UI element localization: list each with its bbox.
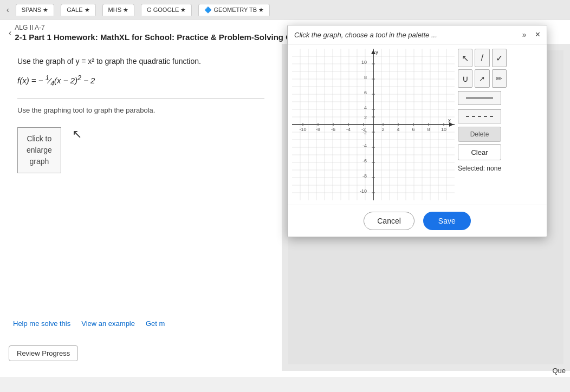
instruction-text: Use the graphing tool to graph the parab…	[17, 106, 264, 114]
cursor-pointer-icon: ↖	[72, 127, 82, 141]
svg-text:-2: -2	[361, 127, 366, 132]
cancel-button[interactable]: Cancel	[364, 212, 414, 230]
palette-u-btn[interactable]: ∪	[458, 69, 472, 88]
palette-slash-btn[interactable]: /	[475, 49, 489, 67]
svg-text:2: 2	[381, 127, 384, 132]
svg-text:-6: -6	[362, 158, 367, 164]
svg-text:10: 10	[441, 127, 446, 132]
svg-text:4: 4	[397, 127, 399, 132]
modal-footer: Cancel Save	[288, 205, 547, 237]
browser-tab-spans[interactable]: SPANS ★	[16, 4, 55, 16]
svg-text:-10: -10	[299, 127, 306, 132]
browser-tab-gale[interactable]: GALE ★	[61, 4, 95, 16]
problem-description: Use the graph of y = x² to graph the qua…	[17, 57, 264, 66]
get-more-link[interactable]: Get m	[146, 319, 165, 328]
que-text: Que	[552, 367, 566, 375]
formula: f(x) = − 1⁄4(x − 2)2 − 2	[17, 74, 264, 87]
palette-curve-btn[interactable]: ↗	[475, 69, 489, 88]
back-arrow-btn[interactable]: ‹	[9, 28, 11, 38]
browser-tab-google[interactable]: G GOOGLE ★	[141, 4, 192, 16]
svg-text:-8: -8	[362, 173, 367, 179]
left-panel: Use the graph of y = x² to graph the qua…	[0, 44, 282, 371]
palette-draw-btn[interactable]: ✏	[492, 69, 507, 88]
svg-text:-4: -4	[346, 127, 351, 132]
palette-row-1: ↖ / ✓	[458, 49, 507, 67]
graph-canvas[interactable]: y x 10 8 6 4 2 -2 -4 -6 -8 -10 -10 -8	[292, 49, 455, 200]
selected-label: Selected: none	[458, 165, 507, 172]
help-link[interactable]: Help me solve this	[13, 319, 70, 328]
dashed-line-btn[interactable]	[458, 109, 501, 123]
coordinate-graph[interactable]: y x 10 8 6 4 2 -2 -4 -6 -8 -10 -10 -8	[292, 49, 455, 200]
breadcrumb: ALG II A-7	[15, 24, 313, 31]
dashed-line-icon	[466, 116, 493, 117]
modal-collapse-icon[interactable]: »	[522, 30, 527, 39]
click-to-enlarge-btn[interactable]: Click toenlargegraph	[17, 127, 61, 173]
clear-button[interactable]: Clear	[458, 144, 501, 160]
svg-marker-40	[371, 50, 375, 54]
svg-text:8: 8	[427, 127, 430, 132]
page-title: 2-1 Part 1 Homework: MathXL for School: …	[15, 32, 313, 42]
svg-text:-10: -10	[360, 188, 367, 194]
save-button[interactable]: Save	[423, 212, 471, 230]
help-links: Help me solve this View an example Get m	[13, 319, 165, 328]
modal-instruction: Click the graph, choose a tool in the pa…	[294, 31, 518, 39]
modal-header: Click the graph, choose a tool in the pa…	[288, 25, 547, 44]
graph-palette-area: y x 10 8 6 4 2 -2 -4 -6 -8 -10 -10 -8	[288, 44, 547, 205]
solid-line-btn[interactable]	[458, 91, 501, 105]
svg-text:8: 8	[364, 75, 367, 80]
browser-tab-geometry[interactable]: 🔷 GEOMETRY TB ★	[198, 4, 270, 16]
back-nav-icon[interactable]: ‹	[7, 5, 9, 14]
browser-tab-mhs[interactable]: MHS ★	[102, 4, 135, 16]
palette: ↖ / ✓ ∪ ↗ ✏	[458, 49, 507, 200]
svg-text:2: 2	[364, 115, 367, 120]
palette-row-2: ∪ ↗ ✏	[458, 69, 507, 88]
solid-line-icon	[466, 97, 493, 99]
page-content: ‹ ALG II A-7 2-1 Part 1 Homework: MathXL…	[0, 19, 570, 377]
browser-bar: ‹ SPANS ★ GALE ★ MHS ★ G GOOGLE ★ 🔷 GEOM…	[0, 0, 570, 19]
svg-text:6: 6	[364, 90, 367, 95]
delete-button[interactable]: Delete	[458, 127, 501, 142]
palette-arrow-btn[interactable]: ↖	[458, 49, 472, 67]
svg-text:-4: -4	[362, 143, 367, 148]
svg-text:10: 10	[361, 60, 367, 65]
formula-divider	[17, 98, 264, 99]
y-axis-label: y	[375, 49, 378, 55]
svg-text:6: 6	[412, 127, 414, 132]
x-axis-label: x	[448, 117, 451, 123]
enlarge-label: Click toenlargegraph	[27, 133, 52, 167]
svg-text:-6: -6	[331, 127, 335, 132]
svg-text:-8: -8	[316, 127, 320, 132]
graph-modal: Click the graph, choose a tool in the pa…	[287, 25, 547, 237]
svg-text:4: 4	[364, 105, 367, 110]
example-link[interactable]: View an example	[81, 319, 135, 328]
palette-check-btn[interactable]: ✓	[492, 49, 507, 67]
modal-close-button[interactable]: ×	[535, 30, 540, 40]
review-progress-button[interactable]: Review Progress	[9, 345, 78, 361]
